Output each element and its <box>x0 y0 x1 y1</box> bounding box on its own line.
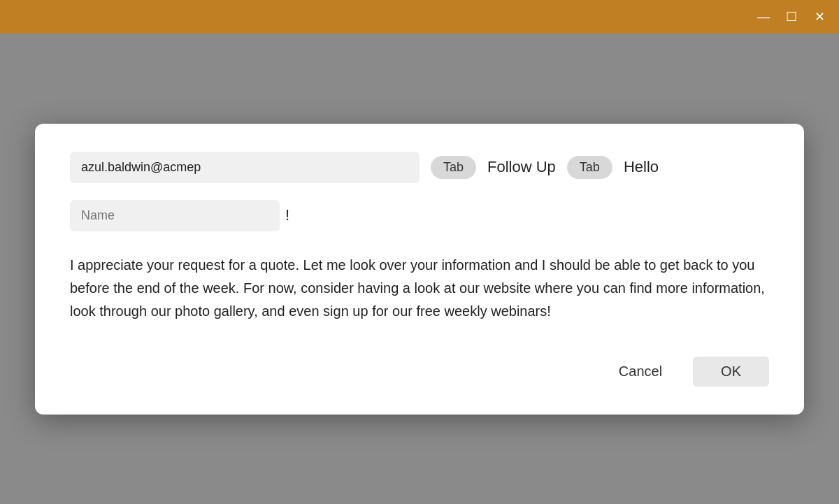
cancel-button[interactable]: Cancel <box>605 357 676 387</box>
dialog: Tab Follow Up Tab Hello ! I appreciate y… <box>35 124 804 415</box>
tab-badge-2[interactable]: Tab <box>567 156 612 179</box>
name-row: ! <box>70 200 769 231</box>
email-input[interactable] <box>70 152 420 183</box>
follow-up-label: Follow Up <box>487 158 556 176</box>
close-button[interactable]: ✕ <box>811 8 828 25</box>
hello-label: Hello <box>624 158 659 176</box>
minimize-button[interactable]: — <box>755 8 772 25</box>
body-text: I appreciate your request for a quote. L… <box>70 254 769 323</box>
tab-badge-1[interactable]: Tab <box>431 156 476 179</box>
exclamation-mark: ! <box>285 206 289 224</box>
background-area: Tab Follow Up Tab Hello ! I appreciate y… <box>0 34 839 504</box>
button-row: Cancel OK <box>70 357 769 387</box>
email-row: Tab Follow Up Tab Hello <box>70 152 769 183</box>
title-bar: — ☐ ✕ <box>0 0 839 34</box>
ok-button[interactable]: OK <box>693 357 769 387</box>
maximize-button[interactable]: ☐ <box>783 8 800 25</box>
name-input[interactable] <box>70 200 280 231</box>
